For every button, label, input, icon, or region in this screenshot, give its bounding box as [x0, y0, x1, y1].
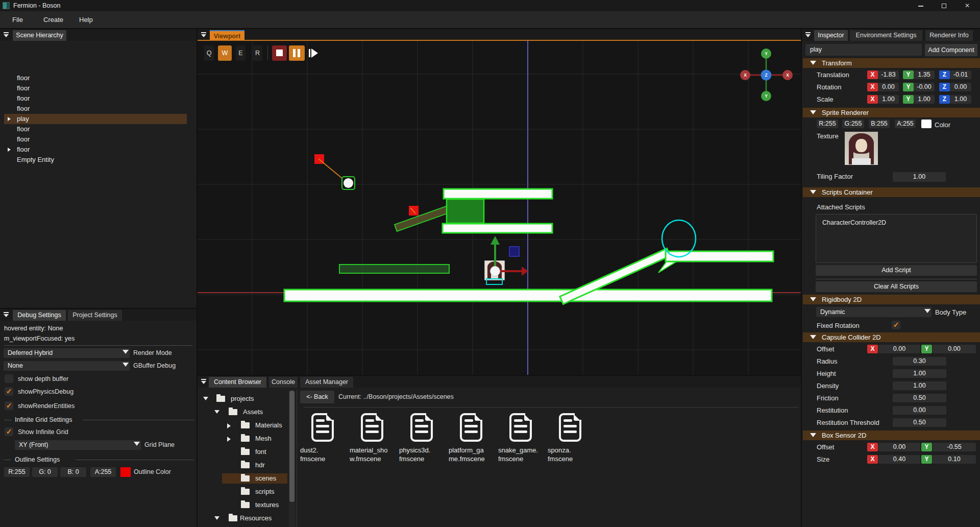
grid-plane-dropdown[interactable]: XY (Front) [15, 440, 141, 450]
body-type-dropdown[interactable]: Dynamic [816, 307, 932, 317]
texture-thumbnail[interactable] [845, 132, 878, 165]
green-block[interactable] [447, 199, 484, 223]
expand-arrow-icon[interactable] [8, 148, 11, 152]
outline-r-value[interactable]: R:255 [4, 467, 30, 477]
add-component-button[interactable]: Add Component [925, 44, 977, 56]
gbuffer-debug-dropdown[interactable]: None [4, 361, 130, 371]
density-field[interactable]: 1.00 [893, 381, 946, 390]
tree-scrollbar[interactable] [289, 391, 295, 527]
tab-console[interactable]: Console [269, 377, 298, 388]
tree-expand-icon[interactable] [227, 437, 231, 442]
tool-q-button[interactable]: Q [204, 45, 214, 61]
tiling-factor-field[interactable]: 1.00 [893, 172, 946, 182]
tree-expand-icon[interactable] [214, 410, 219, 414]
view-axis-gizmo[interactable]: Y Y X X Z [740, 49, 793, 101]
outline-color-swatch[interactable] [120, 467, 131, 477]
clear-all-scripts-button[interactable]: Clear All Scripts [816, 281, 977, 292]
hierarchy-item-floor[interactable]: floor [0, 93, 197, 104]
tree-expand-icon[interactable] [214, 516, 219, 520]
gizmo-xy-plane-handle[interactable] [509, 247, 519, 256]
stop-button[interactable] [272, 45, 287, 61]
minimize-button[interactable] [917, 2, 924, 9]
tab-renderer-info[interactable]: Renderer Info [925, 30, 973, 41]
outline-a-value[interactable]: A:255 [90, 467, 116, 477]
pause-button[interactable] [289, 45, 305, 61]
tab-viewport[interactable]: Viewport [210, 30, 244, 41]
sensor-size-y-field[interactable]: 0.10 [933, 455, 976, 464]
tab-environment-settings[interactable]: Environment Settings [850, 30, 922, 41]
friction-field[interactable]: 0.50 [893, 394, 946, 402]
file-snake-game[interactable]: snake_game.fmscene [498, 413, 545, 495]
maximize-button[interactable] [940, 2, 947, 9]
step-frame-button[interactable] [307, 45, 321, 61]
menu-create[interactable]: Create [43, 16, 63, 23]
add-script-button[interactable]: Add Script [816, 265, 977, 276]
close-button[interactable]: ✕ [964, 2, 971, 9]
radius-field[interactable]: 0.30 [893, 357, 946, 366]
back-button[interactable]: <- Back [300, 391, 334, 403]
scene-render[interactable]: Y Y X X Z [198, 41, 801, 375]
collapse-panel-icon[interactable] [3, 32, 9, 38]
tab-project-settings[interactable]: Project Settings [68, 310, 122, 321]
capsule-collider-header[interactable]: Capsule Collider 2D [803, 332, 980, 342]
outline-g-value[interactable]: G: 0 [32, 467, 58, 477]
capsule-offset-y-field[interactable]: 0.00 [933, 345, 976, 353]
box-sensor-header[interactable]: Box Sensor 2D [803, 430, 980, 440]
sensor-size-x-field[interactable]: 0.40 [878, 455, 920, 464]
translation-x-field[interactable]: -1.83 [878, 70, 899, 79]
tool-w-button-active[interactable]: W [218, 45, 232, 61]
sprite-a-value[interactable]: A:255 [895, 119, 916, 128]
platform-bottom[interactable] [443, 224, 552, 233]
fixed-rotation-checkbox[interactable]: ✓ [892, 321, 900, 329]
sprite-b-value[interactable]: B:255 [869, 119, 890, 128]
tool-r-button[interactable]: R [253, 45, 262, 61]
scripts-container-header[interactable]: Scripts Container [803, 187, 980, 197]
transform-header[interactable]: Transform [803, 58, 980, 68]
ramp-red-box[interactable] [409, 206, 419, 215]
hierarchy-item-floor[interactable]: floor [0, 83, 197, 93]
capsule-offset-x-field[interactable]: 0.00 [878, 345, 920, 353]
show-depth-buffer-checkbox[interactable] [5, 374, 13, 383]
file-platform-game[interactable]: platform_game.fmscene [449, 413, 496, 495]
sensor-bar[interactable] [339, 265, 449, 273]
sprite-color-swatch[interactable] [921, 119, 932, 128]
script-list-item[interactable]: CharacterController2D [822, 219, 976, 226]
file-dust2[interactable]: dust2.fmscene [300, 413, 347, 495]
rotation-y-field[interactable]: -0.00 [914, 83, 935, 91]
file-physics3d[interactable]: physics3d.fmscene [399, 413, 446, 495]
scale-x-field[interactable]: 1.00 [878, 95, 899, 104]
show-infinite-grid-checkbox[interactable]: ✓ [5, 427, 13, 436]
scale-y-field[interactable]: 1.00 [914, 95, 935, 104]
collapse-panel-icon[interactable] [201, 32, 207, 38]
gizmo-origin-handle[interactable] [491, 267, 500, 276]
file-material-show[interactable]: material_show.fmscene [350, 413, 397, 495]
menu-file[interactable]: File [12, 16, 23, 23]
entity-name-field[interactable]: play [805, 44, 922, 56]
sprite-r-value[interactable]: R:255 [817, 119, 838, 128]
menu-help[interactable]: Help [79, 16, 93, 23]
tree-expand-icon[interactable] [203, 397, 208, 400]
tree-expand-icon[interactable] [227, 423, 231, 428]
translation-y-field[interactable]: 1.35 [914, 70, 935, 79]
tab-asset-manager[interactable]: Asset Manager [300, 377, 353, 388]
ground-platform[interactable] [284, 290, 772, 301]
hierarchy-item-floor[interactable]: floor [0, 124, 197, 134]
platform-top[interactable] [444, 189, 552, 199]
restitution-field[interactable]: 0.00 [893, 406, 946, 415]
scrollbar-thumb[interactable] [289, 391, 295, 502]
sprite-renderer-header[interactable]: Sprite Renderer [803, 108, 980, 117]
collapse-panel-icon[interactable] [201, 378, 207, 385]
hierarchy-item-floor[interactable]: floor [0, 134, 197, 145]
tab-content-browser[interactable]: Content Browser [209, 377, 266, 388]
file-sponza[interactable]: sponza.fmscene [548, 413, 595, 495]
render-mode-dropdown[interactable]: Deferred Hybrid [4, 348, 130, 358]
rotation-z-field[interactable]: 0.00 [950, 83, 971, 91]
attached-scripts-list[interactable]: CharacterController2D [816, 214, 977, 263]
collapse-panel-icon[interactable] [805, 32, 811, 38]
hierarchy-item-floor[interactable]: floor [0, 73, 197, 83]
height-field[interactable]: 1.00 [893, 369, 946, 378]
sensor-offset-x-field[interactable]: 0.00 [878, 443, 920, 451]
restitution-threshold-field[interactable]: 0.50 [893, 418, 946, 427]
gizmo-y-arrowhead[interactable] [491, 236, 500, 245]
hierarchy-item-floor[interactable]: floor [0, 104, 197, 114]
